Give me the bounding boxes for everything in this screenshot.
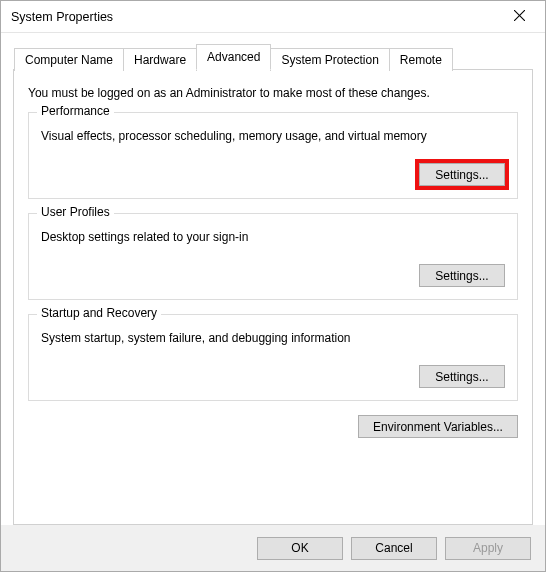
cancel-button[interactable]: Cancel (351, 537, 437, 560)
tab-advanced[interactable]: Advanced (196, 44, 271, 70)
environment-variables-button[interactable]: Environment Variables... (358, 415, 518, 438)
startup-recovery-group: Startup and Recovery System startup, sys… (28, 314, 518, 401)
user-profiles-settings-button[interactable]: Settings... (419, 264, 505, 287)
tab-remote[interactable]: Remote (389, 48, 453, 71)
user-profiles-group: User Profiles Desktop settings related t… (28, 213, 518, 300)
close-button[interactable] (499, 3, 539, 31)
performance-group: Performance Visual effects, processor sc… (28, 112, 518, 199)
system-properties-window: System Properties Computer Name Hardware… (0, 0, 546, 572)
performance-desc: Visual effects, processor scheduling, me… (41, 129, 505, 143)
tab-system-protection[interactable]: System Protection (270, 48, 389, 71)
performance-group-title: Performance (37, 104, 114, 118)
env-vars-row: Environment Variables... (28, 415, 518, 438)
apply-button[interactable]: Apply (445, 537, 531, 560)
user-profiles-desc: Desktop settings related to your sign-in (41, 230, 505, 244)
ok-button[interactable]: OK (257, 537, 343, 560)
startup-recovery-desc: System startup, system failure, and debu… (41, 331, 505, 345)
performance-settings-button[interactable]: Settings... (419, 163, 505, 186)
tab-hardware[interactable]: Hardware (123, 48, 197, 71)
dialog-footer: OK Cancel Apply (1, 525, 545, 571)
startup-recovery-settings-button[interactable]: Settings... (419, 365, 505, 388)
user-profiles-group-title: User Profiles (37, 205, 114, 219)
tab-computer-name[interactable]: Computer Name (14, 48, 124, 71)
titlebar: System Properties (1, 1, 545, 33)
close-icon (514, 10, 525, 24)
tabstrip: Computer Name Hardware Advanced System P… (14, 43, 533, 69)
user-profiles-button-row: Settings... (41, 264, 505, 287)
window-title: System Properties (11, 10, 499, 24)
startup-recovery-button-row: Settings... (41, 365, 505, 388)
intro-text: You must be logged on as an Administrato… (28, 86, 518, 100)
startup-recovery-group-title: Startup and Recovery (37, 306, 161, 320)
performance-button-row: Settings... (41, 163, 505, 186)
client-area: Computer Name Hardware Advanced System P… (1, 33, 545, 525)
advanced-tab-panel: You must be logged on as an Administrato… (13, 69, 533, 525)
